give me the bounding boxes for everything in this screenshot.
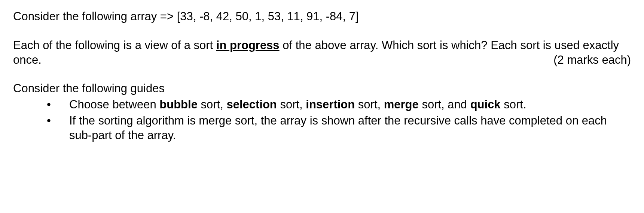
guides-heading: Consider the following guides [13, 81, 631, 96]
text-segment: sort, [198, 98, 227, 111]
guide-bullet-1: Choose between bubble sort, selection so… [47, 98, 631, 112]
text-segment: Choose between [69, 98, 159, 111]
in-progress-emphasis: in progress [216, 39, 280, 52]
text-segment: sort. [501, 98, 527, 111]
guides-list: Choose between bubble sort, selection so… [13, 98, 631, 142]
text-segment: quick [470, 98, 501, 111]
text-segment: If the sorting algorithm is merge sort, … [69, 114, 607, 142]
text-segment: selection [226, 98, 277, 111]
text-segment: sort, [277, 98, 306, 111]
prompt-part1: Each of the following is a view of a sor… [13, 39, 216, 52]
text-segment: merge [384, 98, 419, 111]
question-prompt: Each of the following is a view of a sor… [13, 38, 631, 68]
intro-array-line: Consider the following array => [33, -8,… [13, 9, 631, 24]
text-segment: bubble [159, 98, 198, 111]
guide-bullet-2: If the sorting algorithm is merge sort, … [47, 114, 631, 143]
text-segment: sort, [355, 98, 384, 111]
text-segment: sort, and [419, 98, 470, 111]
text-segment: insertion [306, 98, 355, 111]
question-document: Consider the following array => [33, -8,… [0, 0, 644, 152]
marks-label: (2 marks each) [553, 53, 631, 68]
